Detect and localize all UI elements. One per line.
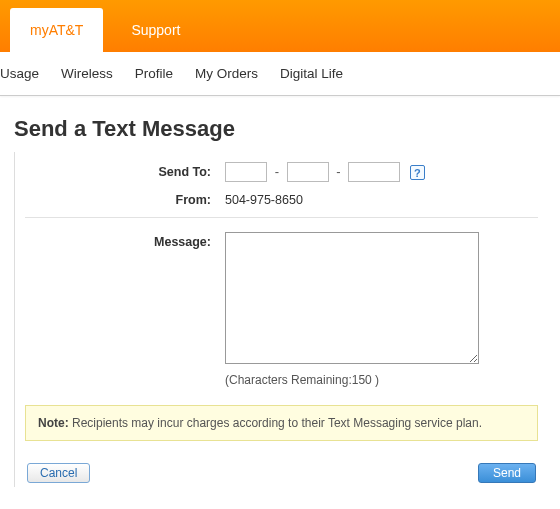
chars-suffix: ): [372, 373, 379, 387]
row-sendto: Send To: - - ?: [25, 162, 538, 182]
page-title: Send a Text Message: [14, 116, 546, 142]
note-label: Note:: [38, 416, 69, 430]
subnav-wireless[interactable]: Wireless: [61, 66, 113, 81]
sub-nav: Usage Wireless Profile My Orders Digital…: [0, 52, 560, 96]
sendto-field: - - ?: [225, 162, 538, 182]
from-value: 504-975-8650: [225, 190, 303, 207]
divider: [25, 217, 538, 218]
note-box: Note: Recipients may incur charges accor…: [25, 405, 538, 441]
cancel-button[interactable]: Cancel: [27, 463, 90, 483]
help-icon[interactable]: ?: [410, 165, 425, 180]
top-nav: myAT&T Support: [0, 0, 560, 52]
from-label: From:: [25, 190, 225, 207]
chars-remaining: (Characters Remaining:150 ): [225, 373, 538, 387]
row-from: From: 504-975-8650: [25, 190, 538, 207]
sendto-label: Send To:: [25, 162, 225, 179]
phone-sep-2: -: [336, 164, 340, 179]
row-message: Message: (Characters Remaining:150 ): [25, 232, 538, 387]
tab-support[interactable]: Support: [111, 8, 200, 52]
send-button[interactable]: Send: [478, 463, 536, 483]
message-textarea[interactable]: [225, 232, 479, 364]
tab-myatt[interactable]: myAT&T: [10, 8, 103, 52]
subnav-profile[interactable]: Profile: [135, 66, 173, 81]
subnav-digitallife[interactable]: Digital Life: [280, 66, 343, 81]
message-label: Message:: [25, 232, 225, 249]
subnav-myorders[interactable]: My Orders: [195, 66, 258, 81]
chars-count: 150: [352, 373, 372, 387]
sendto-prefix[interactable]: [287, 162, 329, 182]
phone-sep-1: -: [275, 164, 279, 179]
note-text: Recipients may incur charges according t…: [69, 416, 482, 430]
chars-prefix: (Characters Remaining:: [225, 373, 352, 387]
sendto-area[interactable]: [225, 162, 267, 182]
form-panel: Send To: - - ? From: 504-975-8650 Messag…: [14, 152, 546, 487]
content: Send a Text Message Send To: - - ? From:…: [0, 96, 560, 497]
sendto-line[interactable]: [348, 162, 400, 182]
actions: Cancel Send: [25, 463, 538, 483]
subnav-usage[interactable]: Usage: [0, 66, 39, 81]
